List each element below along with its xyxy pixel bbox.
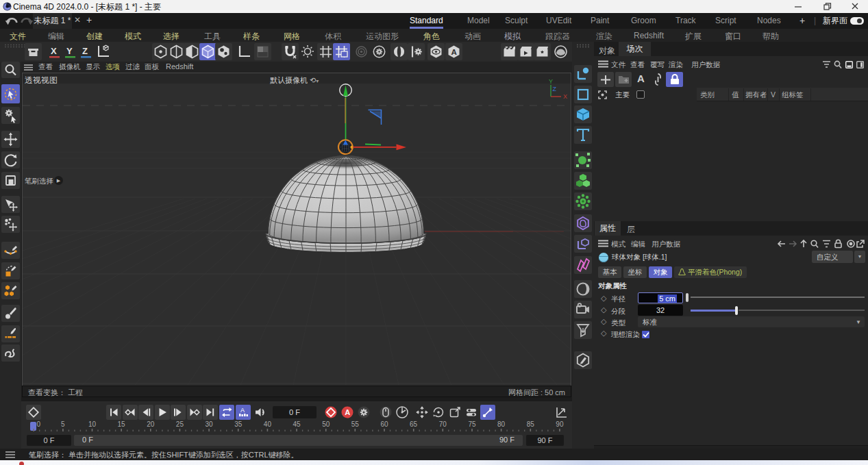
- svg-text:25: 25: [176, 420, 184, 428]
- svg-text:85: 85: [527, 420, 535, 428]
- svg-text:Y: Y: [66, 46, 73, 56]
- svg-text:A: A: [240, 407, 245, 414]
- svg-text:A: A: [451, 48, 457, 56]
- svg-text:Z: Z: [82, 46, 88, 56]
- svg-text:10: 10: [88, 420, 97, 428]
- svg-text:15: 15: [118, 420, 126, 428]
- svg-text:40: 40: [264, 420, 272, 428]
- svg-text:75: 75: [468, 420, 476, 428]
- svg-text:5: 5: [61, 420, 65, 428]
- svg-text:X: X: [563, 93, 567, 99]
- svg-text:70: 70: [439, 420, 447, 428]
- svg-text:90: 90: [556, 420, 564, 428]
- svg-text:45: 45: [293, 420, 301, 428]
- svg-text:X: X: [51, 46, 57, 56]
- svg-text:Z: Z: [553, 86, 557, 92]
- svg-text:20: 20: [147, 420, 155, 428]
- svg-text:55: 55: [351, 420, 360, 428]
- svg-text:80: 80: [497, 420, 506, 428]
- svg-text:0: 0: [36, 420, 40, 428]
- svg-text:A: A: [345, 408, 350, 416]
- svg-text:Y: Y: [549, 78, 553, 85]
- svg-text:60: 60: [380, 420, 388, 428]
- svg-text:65: 65: [410, 420, 418, 428]
- svg-text:35: 35: [234, 420, 243, 428]
- svg-text:30: 30: [206, 420, 214, 428]
- svg-text:50: 50: [322, 420, 330, 428]
